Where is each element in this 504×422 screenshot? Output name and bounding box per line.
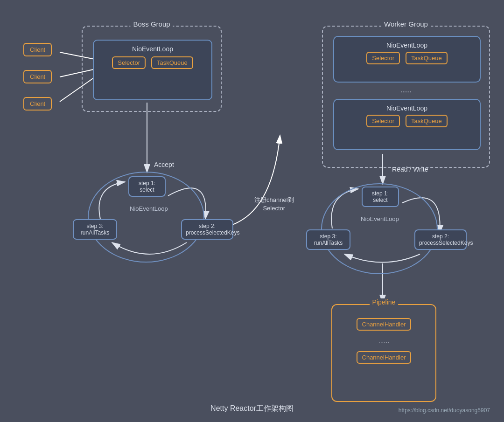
client-3: Client (23, 97, 52, 111)
worker-loop-label: NioEventLoop (361, 215, 399, 222)
boss-group-title: Boss Group (130, 20, 173, 28)
worker-taskqueue-1: TaskQueue (406, 52, 448, 64)
worker-taskqueue-2: TaskQueue (406, 115, 448, 127)
boss-selector: Selector (112, 56, 146, 69)
worker-step3: step 3:runAllTasks (306, 229, 350, 250)
boss-taskqueue: TaskQueue (151, 56, 193, 69)
boss-loop-label: NioEventLoop (130, 205, 168, 212)
boss-step1: step 1:select (128, 176, 166, 197)
boss-step3: step 3:runAllTasks (73, 219, 117, 240)
worker-selector-1: Selector (366, 52, 400, 64)
pipeline-box: Pipeline ChannelHandler ...... ChannelHa… (331, 304, 436, 402)
worker-step1: step 1:select (362, 187, 399, 207)
worker-selector-2: Selector (366, 115, 400, 127)
worker-nio-box-2: NioEventLoop Selector TaskQueue (333, 99, 481, 150)
diagram-url: https://blog.csdn.net/duoyasong5907 (399, 407, 490, 414)
diagram-title: Netty Reactor工作架构图 (210, 404, 294, 414)
boss-nio-box: NioEventLoop Selector TaskQueue (93, 40, 212, 100)
accept-label: Accept (154, 161, 174, 168)
pipeline-title: Pipeline (370, 298, 399, 306)
worker-dots-1: ...... (323, 86, 489, 94)
boss-step2: step 2:processSelectedKeys (181, 219, 233, 240)
worker-nio-box-1: NioEventLoop Selector TaskQueue (333, 36, 481, 83)
channel-handler-1: ChannelHandler (357, 318, 412, 331)
boss-group-box: Boss Group NioEventLoop Selector TaskQue… (82, 26, 222, 112)
worker-step2: step 2:processSelectedKeys (414, 229, 467, 250)
worker-group-box: Worker Group NioEventLoop Selector TaskQ… (322, 26, 490, 168)
rw-label: Read / Write (392, 166, 428, 173)
pipeline-dots: ...... (332, 337, 435, 345)
client-1: Client (23, 43, 52, 56)
client-2: Client (23, 70, 52, 83)
worker-group-title: Worker Group (381, 20, 431, 28)
channel-handler-2: ChannelHandler (357, 351, 412, 364)
channel-label: 注册channel到Selector (254, 196, 294, 213)
